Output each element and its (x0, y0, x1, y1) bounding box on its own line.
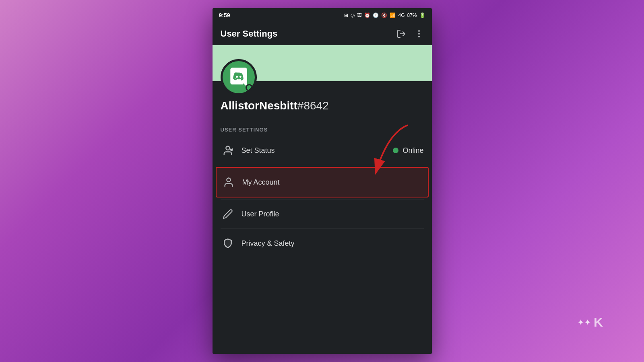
svg-point-1 (418, 30, 420, 32)
phone-container: 9:59 ⊞ ◎ 🖼 ⏰ 🕐 🔇 📶 4G 87% 🔋 User Setting… (213, 8, 432, 354)
settings-item-user-profile[interactable]: User Profile (213, 200, 432, 228)
profile-section: AllistorNesbitt#8642 (213, 81, 432, 120)
section-header-user-settings: USER SETTINGS (213, 120, 432, 136)
clock-icon: 🕐 (373, 12, 379, 18)
svg-point-2 (418, 33, 420, 35)
alarm-icon: ⏰ (364, 12, 370, 18)
status-bar: 9:59 ⊞ ◎ 🖼 ⏰ 🕐 🔇 📶 4G 87% 🔋 (213, 8, 432, 23)
wifi-icon: 📶 (390, 12, 396, 18)
settings-item-my-account[interactable]: My Account (216, 167, 429, 197)
set-status-icon (221, 143, 235, 158)
watermark-symbol: ✦✦ (578, 318, 591, 327)
settings-list: USER SETTINGS Set Status Online (213, 120, 432, 354)
app-bar-actions (396, 29, 424, 39)
avatar-wrapper (221, 59, 257, 95)
battery-text: 87% (407, 12, 417, 18)
status-label: Online (402, 146, 423, 155)
set-status-label: Set Status (242, 146, 393, 155)
app-icon-grid: ⊞ (344, 12, 348, 18)
avatar-online-dot (246, 84, 253, 91)
whatsapp-icon: ◎ (351, 12, 355, 18)
privacy-safety-label: Privacy & Safety (242, 239, 424, 248)
page-title: User Settings (221, 29, 278, 39)
mute-icon: 🔇 (381, 12, 387, 18)
svg-point-4 (226, 146, 229, 150)
battery-icon: 🔋 (419, 12, 425, 18)
online-status-dot (393, 148, 398, 153)
more-options-button[interactable] (414, 29, 424, 39)
logout-button[interactable] (396, 29, 406, 39)
privacy-safety-icon (221, 236, 235, 251)
user-profile-label: User Profile (242, 210, 424, 218)
app-bar: User Settings (213, 23, 432, 45)
avatar (221, 59, 257, 95)
settings-item-set-status[interactable]: Set Status Online (213, 136, 432, 165)
svg-point-3 (418, 36, 420, 37)
svg-point-6 (227, 178, 230, 182)
discriminator-text: #8642 (297, 99, 329, 112)
my-account-icon (221, 175, 236, 189)
user-profile-icon (221, 207, 235, 221)
settings-item-privacy-safety[interactable]: Privacy & Safety (213, 229, 432, 258)
status-time: 9:59 (219, 12, 230, 19)
watermark-text: K (594, 315, 604, 330)
watermark: ✦✦ K (578, 315, 604, 330)
signal-icon: 4G (398, 12, 405, 18)
set-status-right: Online (393, 146, 423, 155)
my-account-label: My Account (242, 178, 423, 187)
gallery-icon: 🖼 (357, 12, 362, 18)
username-text: AllistorNesbitt (221, 99, 297, 112)
status-icons: ⊞ ◎ 🖼 ⏰ 🕐 🔇 📶 4G 87% 🔋 (344, 12, 425, 18)
